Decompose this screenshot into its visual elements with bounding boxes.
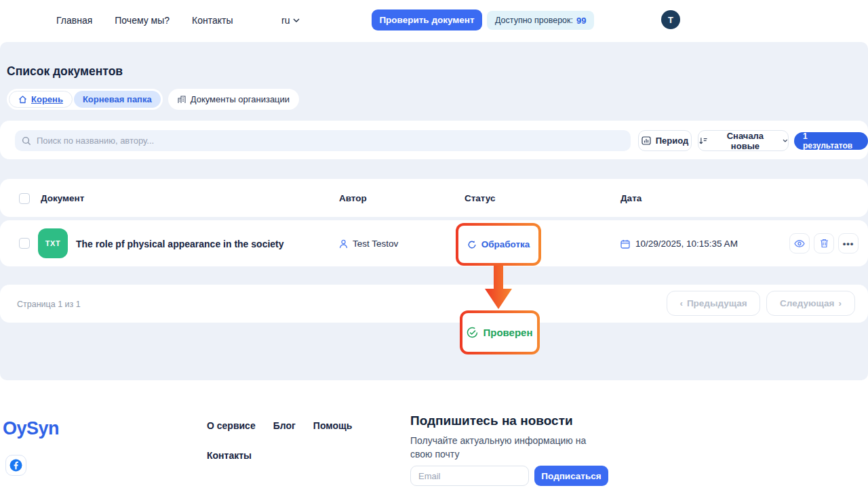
annotation-arrow-icon (484, 266, 513, 310)
eye-icon (794, 240, 805, 247)
column-header-status: Статус (465, 193, 496, 203)
checks-available-label: Доступно проверок: (495, 16, 573, 25)
row-checkbox[interactable] (19, 238, 30, 249)
check-document-button[interactable]: Проверить документ (372, 9, 482, 30)
processing-refresh-icon (467, 240, 477, 249)
chevron-down-icon (783, 139, 788, 142)
calendar-icon (620, 239, 630, 249)
column-header-date: Дата (620, 193, 642, 203)
org-documents-tab[interactable]: Документы организации (168, 89, 299, 110)
footer-link-blog[interactable]: Блог (273, 420, 296, 431)
file-type-badge: TXT (38, 228, 68, 258)
breadcrumb-current-label: Корневая папка (83, 94, 152, 104)
prev-page-label: Предыдущая (687, 298, 747, 308)
org-documents-label: Документы организации (191, 94, 290, 104)
result-status-content: Проверен (462, 313, 537, 352)
person-icon (339, 239, 348, 249)
delete-document-button[interactable] (814, 233, 834, 253)
chevron-right-icon: › (838, 298, 842, 308)
breadcrumb: Корень Корневая папка Документы организа… (7, 89, 299, 110)
page-title: Список документов (7, 64, 123, 79)
footer-links-row1: О сервисе Блог Помощь (207, 420, 352, 431)
result-status-box: Проверен (460, 310, 540, 354)
email-field[interactable] (410, 466, 529, 486)
document-date: 10/29/2025, 10:15:35 AM (635, 239, 738, 249)
result-status-label: Проверен (483, 327, 532, 338)
table-header-card (0, 179, 868, 217)
chevron-down-icon (293, 18, 300, 22)
view-document-button[interactable] (789, 233, 810, 253)
page-info: Страница 1 из 1 (17, 300, 81, 309)
chevron-left-icon: ‹ (679, 298, 683, 308)
breadcrumb-root-label: Корень (31, 94, 63, 104)
main-nav: Главная Почему мы? Контакты (56, 15, 233, 26)
next-page-button[interactable]: Следующая › (766, 291, 855, 316)
period-calendar-icon (642, 136, 651, 145)
sort-selected-label: Сначала новые (713, 131, 778, 151)
breadcrumb-root[interactable]: Корень (9, 91, 73, 108)
newsletter-title: Подпишитесь на новости (410, 413, 573, 428)
status-cell: Обработка (458, 226, 538, 263)
footer-link-about[interactable]: О сервисе (207, 420, 256, 431)
newsletter-subtitle: Получайте актуальную информацию на свою … (410, 434, 608, 461)
footer-link-help[interactable]: Помощь (313, 420, 353, 431)
organization-icon (178, 96, 186, 104)
language-code: ru (281, 15, 290, 26)
sort-dropdown[interactable]: Сначала новые (698, 130, 789, 151)
status-highlight-box: Обработка (456, 223, 541, 266)
breadcrumb-current-folder[interactable]: Корневая папка (74, 91, 161, 108)
results-count-badge: 1 результатов (794, 132, 868, 150)
top-navigation-bar: Главная Почему мы? Контакты ru Проверить… (0, 0, 868, 42)
nav-item-why-us[interactable]: Почему мы? (115, 15, 170, 26)
breadcrumb-group: Корень Корневая папка (7, 89, 163, 110)
search-input[interactable] (37, 136, 624, 146)
home-icon (18, 96, 27, 104)
search-icon (22, 136, 31, 146)
nav-item-contacts[interactable]: Контакты (192, 15, 233, 26)
user-avatar[interactable]: T (661, 10, 680, 29)
footer-link-contacts[interactable]: Контакты (207, 450, 252, 461)
checks-available-count: 99 (576, 16, 586, 26)
nav-item-home[interactable]: Главная (56, 15, 92, 26)
author-name: Test Testov (353, 239, 398, 249)
column-header-document: Документ (41, 193, 84, 203)
author-cell: Test Testov (339, 239, 398, 249)
more-actions-button[interactable]: ••• (838, 233, 859, 253)
subscribe-button[interactable]: Подписаться (534, 466, 608, 486)
period-label: Период (656, 136, 689, 146)
facebook-link-button[interactable] (5, 455, 26, 476)
check-circle-icon (467, 327, 478, 338)
select-all-checkbox[interactable] (19, 193, 30, 204)
document-title[interactable]: The role pf physical appearance in the s… (76, 239, 284, 249)
next-page-label: Следующая (780, 298, 834, 308)
language-selector[interactable]: ru (281, 15, 300, 26)
search-box (15, 130, 631, 151)
period-filter-button[interactable]: Период (638, 130, 692, 151)
trash-icon (820, 239, 829, 248)
facebook-icon (9, 459, 22, 472)
status-label: Обработка (481, 239, 530, 249)
checks-available-badge: Доступно проверок: 99 (487, 11, 594, 30)
footer-links-row2: Контакты (207, 450, 252, 461)
sort-icon (698, 137, 708, 145)
date-cell: 10/29/2025, 10:15:35 AM (620, 239, 738, 249)
column-header-author: Автор (339, 193, 367, 203)
prev-page-button[interactable]: ‹ Предыдущая (667, 291, 760, 316)
brand-logo[interactable]: OySyn (3, 418, 59, 439)
